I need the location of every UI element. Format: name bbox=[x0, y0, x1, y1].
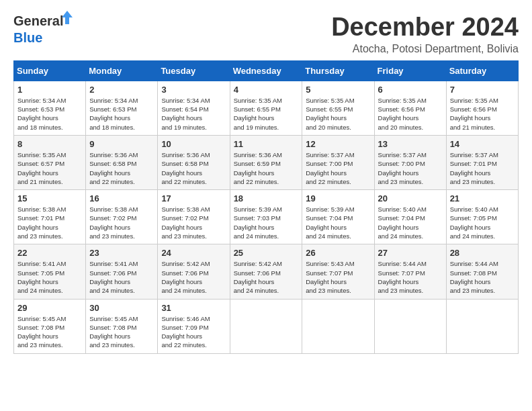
day-number: 23 bbox=[89, 248, 154, 258]
table-row bbox=[302, 299, 374, 353]
table-row: 3 Sunrise: 5:34 AMSunset: 6:54 PMDayligh… bbox=[158, 81, 230, 135]
day-number: 26 bbox=[306, 248, 370, 258]
day-number: 5 bbox=[306, 85, 370, 95]
table-row: 23 Sunrise: 5:41 AMSunset: 7:06 PMDaylig… bbox=[86, 244, 158, 299]
day-number: 1 bbox=[17, 85, 82, 95]
calendar-header-row: Sunday Monday Tuesday Wednesday Thursday… bbox=[14, 60, 519, 81]
cell-text: Sunrise: 5:35 AMSunset: 6:55 PMDaylight … bbox=[306, 97, 354, 131]
header-monday: Monday bbox=[86, 60, 158, 81]
cell-text: Sunrise: 5:35 AMSunset: 6:56 PMDaylight … bbox=[378, 97, 427, 131]
calendar-week-row: 29 Sunrise: 5:45 AMSunset: 7:08 PMDaylig… bbox=[14, 299, 519, 353]
cell-text: Sunrise: 5:38 AMSunset: 7:02 PMDaylight … bbox=[161, 205, 210, 240]
table-row: 24 Sunrise: 5:42 AMSunset: 7:06 PMDaylig… bbox=[158, 244, 230, 299]
cell-text: Sunrise: 5:41 AMSunset: 7:06 PMDaylight … bbox=[89, 260, 138, 294]
logo-blue-label: Blue bbox=[13, 30, 42, 45]
table-row: 21 Sunrise: 5:40 AMSunset: 7:05 PMDaylig… bbox=[446, 190, 518, 244]
table-row: 27 Sunrise: 5:44 AMSunset: 7:07 PMDaylig… bbox=[374, 244, 446, 299]
table-row: 7 Sunrise: 5:35 AMSunset: 6:56 PMDayligh… bbox=[446, 81, 518, 135]
day-number: 19 bbox=[306, 193, 370, 203]
day-number: 3 bbox=[161, 85, 226, 95]
day-number: 21 bbox=[450, 193, 515, 203]
day-number: 25 bbox=[234, 248, 299, 258]
day-number: 15 bbox=[17, 193, 82, 203]
table-row: 22 Sunrise: 5:41 AMSunset: 7:05 PMDaylig… bbox=[14, 244, 86, 299]
cell-text: Sunrise: 5:43 AMSunset: 7:07 PMDaylight … bbox=[306, 260, 354, 294]
day-number: 27 bbox=[378, 248, 443, 258]
table-row: 18 Sunrise: 5:39 AMSunset: 7:03 PMDaylig… bbox=[230, 190, 302, 244]
table-row: 29 Sunrise: 5:45 AMSunset: 7:08 PMDaylig… bbox=[14, 299, 86, 353]
cell-text: Sunrise: 5:36 AMSunset: 6:58 PMDaylight … bbox=[161, 151, 210, 185]
table-row: 20 Sunrise: 5:40 AMSunset: 7:04 PMDaylig… bbox=[374, 190, 446, 244]
table-row: 31 Sunrise: 5:46 AMSunset: 7:09 PMDaylig… bbox=[158, 299, 230, 353]
cell-text: Sunrise: 5:39 AMSunset: 7:04 PMDaylight … bbox=[306, 205, 354, 240]
table-row: 26 Sunrise: 5:43 AMSunset: 7:07 PMDaylig… bbox=[302, 244, 374, 299]
cell-text: Sunrise: 5:41 AMSunset: 7:05 PMDaylight … bbox=[17, 260, 66, 294]
table-row bbox=[230, 299, 302, 353]
location-title: Atocha, Potosi Department, Bolivia bbox=[331, 43, 519, 55]
cell-text: Sunrise: 5:36 AMSunset: 6:59 PMDaylight … bbox=[234, 151, 282, 185]
calendar-week-row: 1 Sunrise: 5:34 AMSunset: 6:53 PMDayligh… bbox=[14, 81, 519, 135]
day-number: 7 bbox=[450, 85, 515, 95]
table-row: 17 Sunrise: 5:38 AMSunset: 7:02 PMDaylig… bbox=[158, 190, 230, 244]
cell-text: Sunrise: 5:35 AMSunset: 6:55 PMDaylight … bbox=[234, 97, 282, 131]
table-row: 10 Sunrise: 5:36 AMSunset: 6:58 PMDaylig… bbox=[158, 135, 230, 189]
day-number: 16 bbox=[89, 193, 154, 203]
svg-marker-0 bbox=[62, 11, 73, 24]
logo-triangle bbox=[62, 11, 73, 24]
logo-general: General bbox=[13, 13, 63, 28]
table-row: 16 Sunrise: 5:38 AMSunset: 7:02 PMDaylig… bbox=[86, 190, 158, 244]
table-row: 1 Sunrise: 5:34 AMSunset: 6:53 PMDayligh… bbox=[14, 81, 86, 135]
day-number: 9 bbox=[89, 139, 154, 149]
logo: General Blue bbox=[13, 13, 63, 46]
day-number: 17 bbox=[161, 193, 226, 203]
day-number: 8 bbox=[17, 139, 82, 149]
cell-text: Sunrise: 5:42 AMSunset: 7:06 PMDaylight … bbox=[161, 260, 210, 294]
day-number: 20 bbox=[378, 193, 443, 203]
calendar-week-row: 22 Sunrise: 5:41 AMSunset: 7:05 PMDaylig… bbox=[14, 244, 519, 299]
cell-text: Sunrise: 5:36 AMSunset: 6:58 PMDaylight … bbox=[89, 151, 138, 185]
cell-text: Sunrise: 5:37 AMSunset: 7:00 PMDaylight … bbox=[306, 151, 354, 185]
cell-text: Sunrise: 5:40 AMSunset: 7:04 PMDaylight … bbox=[378, 205, 427, 240]
logo-icon-wrapper: General bbox=[13, 13, 63, 29]
title-block: December 2024 Atocha, Potosi Department,… bbox=[331, 13, 519, 55]
calendar-week-row: 15 Sunrise: 5:38 AMSunset: 7:01 PMDaylig… bbox=[14, 190, 519, 244]
cell-text: Sunrise: 5:42 AMSunset: 7:06 PMDaylight … bbox=[234, 260, 282, 294]
day-number: 28 bbox=[450, 248, 515, 258]
day-number: 18 bbox=[234, 193, 299, 203]
cell-text: Sunrise: 5:37 AMSunset: 7:01 PMDaylight … bbox=[450, 151, 498, 185]
table-row bbox=[374, 299, 446, 353]
table-row: 25 Sunrise: 5:42 AMSunset: 7:06 PMDaylig… bbox=[230, 244, 302, 299]
day-number: 29 bbox=[17, 303, 82, 313]
day-number: 11 bbox=[234, 139, 299, 149]
logo-blue-row: Blue bbox=[13, 30, 42, 46]
header-thursday: Thursday bbox=[302, 60, 374, 81]
cell-text: Sunrise: 5:37 AMSunset: 7:00 PMDaylight … bbox=[378, 151, 427, 185]
table-row: 11 Sunrise: 5:36 AMSunset: 6:59 PMDaylig… bbox=[230, 135, 302, 189]
table-row: 4 Sunrise: 5:35 AMSunset: 6:55 PMDayligh… bbox=[230, 81, 302, 135]
table-row: 30 Sunrise: 5:45 AMSunset: 7:08 PMDaylig… bbox=[86, 299, 158, 353]
day-number: 22 bbox=[17, 248, 82, 258]
logo-container: General bbox=[13, 13, 63, 29]
table-row: 12 Sunrise: 5:37 AMSunset: 7:00 PMDaylig… bbox=[302, 135, 374, 189]
page-header: General Blue December 2024 Atocha, Potos… bbox=[13, 13, 519, 55]
header-tuesday: Tuesday bbox=[158, 60, 230, 81]
cell-text: Sunrise: 5:44 AMSunset: 7:07 PMDaylight … bbox=[378, 260, 427, 294]
table-row: 5 Sunrise: 5:35 AMSunset: 6:55 PMDayligh… bbox=[302, 81, 374, 135]
table-row: 14 Sunrise: 5:37 AMSunset: 7:01 PMDaylig… bbox=[446, 135, 518, 189]
cell-text: Sunrise: 5:45 AMSunset: 7:08 PMDaylight … bbox=[17, 315, 66, 349]
table-row: 28 Sunrise: 5:44 AMSunset: 7:08 PMDaylig… bbox=[446, 244, 518, 299]
table-row: 9 Sunrise: 5:36 AMSunset: 6:58 PMDayligh… bbox=[86, 135, 158, 189]
cell-text: Sunrise: 5:39 AMSunset: 7:03 PMDaylight … bbox=[234, 205, 282, 240]
cell-text: Sunrise: 5:35 AMSunset: 6:56 PMDaylight … bbox=[450, 97, 498, 131]
day-number: 6 bbox=[378, 85, 443, 95]
day-number: 24 bbox=[161, 248, 226, 258]
cell-text: Sunrise: 5:34 AMSunset: 6:53 PMDaylight … bbox=[89, 97, 138, 131]
cell-text: Sunrise: 5:38 AMSunset: 7:02 PMDaylight … bbox=[89, 205, 138, 240]
calendar-week-row: 8 Sunrise: 5:35 AMSunset: 6:57 PMDayligh… bbox=[14, 135, 519, 189]
cell-text: Sunrise: 5:45 AMSunset: 7:08 PMDaylight … bbox=[89, 315, 138, 349]
header-wednesday: Wednesday bbox=[230, 60, 302, 81]
table-row: 19 Sunrise: 5:39 AMSunset: 7:04 PMDaylig… bbox=[302, 190, 374, 244]
table-row: 8 Sunrise: 5:35 AMSunset: 6:57 PMDayligh… bbox=[14, 135, 86, 189]
cell-text: Sunrise: 5:44 AMSunset: 7:08 PMDaylight … bbox=[450, 260, 498, 294]
table-row: 2 Sunrise: 5:34 AMSunset: 6:53 PMDayligh… bbox=[86, 81, 158, 135]
